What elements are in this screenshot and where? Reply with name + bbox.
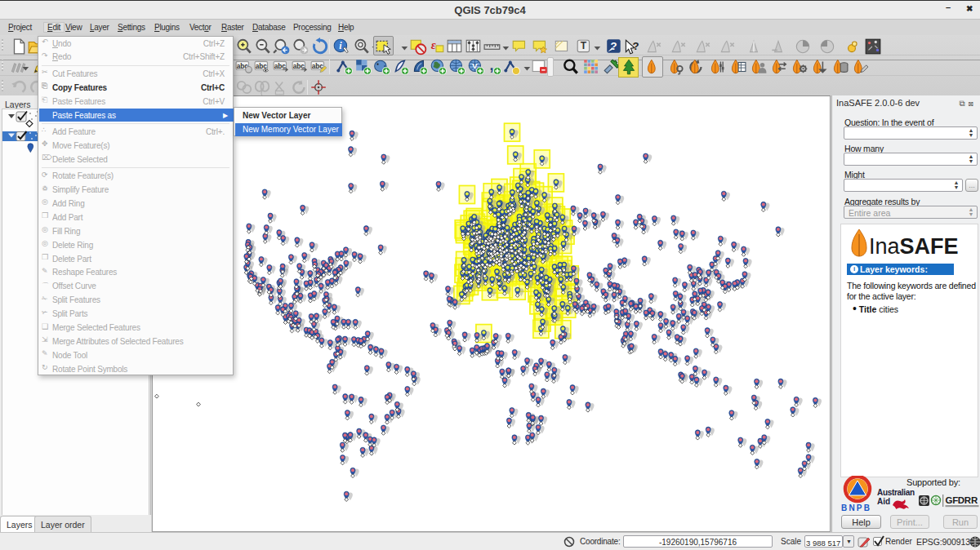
svg-text:Australian: Australian bbox=[877, 488, 915, 497]
svg-text:Aid: Aid bbox=[877, 497, 890, 506]
svg-text:?: ? bbox=[632, 40, 639, 52]
svg-text:abc: abc bbox=[293, 63, 305, 70]
svg-text:ε: ε bbox=[431, 38, 436, 51]
svg-text:T: T bbox=[581, 40, 587, 51]
svg-text:InaSAFE: InaSAFE bbox=[869, 234, 959, 259]
svg-text:abc: abc bbox=[274, 63, 287, 70]
svg-text:,: , bbox=[490, 58, 494, 73]
svg-text:GFDRR: GFDRR bbox=[946, 495, 978, 505]
svg-text:BNPB: BNPB bbox=[841, 503, 871, 512]
svg-text:?: ? bbox=[610, 40, 617, 52]
